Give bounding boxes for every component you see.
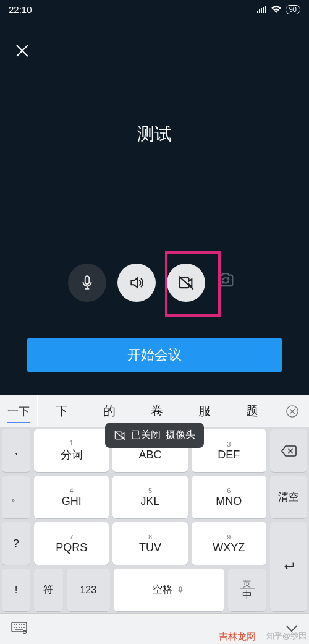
key-8[interactable]: 8TUV — [112, 522, 187, 565]
key-row: 4GHI 5JKL 6MNO — [32, 474, 268, 520]
key-6[interactable]: 6MNO — [192, 476, 266, 518]
toast-bold: 摄像头 — [166, 429, 195, 442]
status-bar: 22:10 90 — [0, 0, 309, 19]
key-numbers[interactable]: 123 — [67, 569, 110, 611]
enter-icon — [281, 559, 297, 575]
key-row: 7PQRS 8TUV 9WXYZ — [32, 520, 268, 567]
svg-rect-0 — [257, 11, 258, 13]
candidate-item[interactable]: 的 — [103, 403, 116, 419]
camera-off-icon — [114, 429, 126, 442]
key-comma[interactable]: , — [2, 429, 30, 472]
status-time: 22:10 — [9, 4, 32, 15]
candidate-item[interactable]: 服 — [198, 403, 211, 419]
media-controls — [0, 264, 309, 302]
watermark-left: 吉林龙网 — [219, 631, 256, 643]
start-meeting-label: 开始会议 — [127, 346, 182, 364]
key-9[interactable]: 9WXYZ — [192, 522, 266, 565]
speaker-button[interactable] — [117, 264, 156, 302]
candidate-item[interactable]: 卷 — [151, 403, 163, 419]
key-left-column: , 。 ? ! — [0, 427, 32, 613]
key-language[interactable]: 英 中 — [228, 569, 266, 611]
meeting-setup-screen: 测试 开始会议 — [0, 19, 309, 390]
key-symbols[interactable]: 符 — [34, 569, 63, 611]
key-space-label: 空格 — [153, 583, 172, 596]
toast-prefix: 已关闭 — [131, 429, 161, 442]
key-5[interactable]: 5JKL — [112, 476, 187, 518]
key-grid: , 。 ? ! 1分词 2ABC 3DEF 4GHI 5JKL 6MNO 7PQ… — [0, 427, 309, 613]
voice-icon — [176, 586, 185, 595]
svg-rect-1 — [259, 9, 260, 13]
candidate-list: 下 的 卷 服 题 — [38, 403, 276, 419]
battery-indicator: 90 — [286, 5, 300, 14]
svg-rect-2 — [261, 8, 262, 13]
meeting-title[interactable]: 测试 — [0, 19, 309, 146]
candidate-item[interactable]: 下 — [56, 403, 68, 419]
key-period[interactable]: 。 — [2, 476, 30, 518]
keyboard-icon — [11, 622, 27, 634]
keyboard-settings-button[interactable] — [11, 622, 27, 637]
key-clear[interactable]: 清空 — [270, 476, 307, 518]
close-icon — [15, 43, 30, 58]
status-right: 90 — [257, 4, 300, 15]
key-question[interactable]: ? — [2, 522, 30, 565]
toast: 已关闭 摄像头 — [105, 423, 204, 448]
microphone-icon — [79, 275, 95, 291]
candidate-collapse[interactable] — [276, 405, 309, 418]
microphone-button[interactable] — [68, 264, 106, 302]
speaker-icon — [129, 275, 145, 291]
key-bottom-row: 符 123 空格 英 中 — [32, 567, 268, 613]
key-main: 1分词 2ABC 3DEF 4GHI 5JKL 6MNO 7PQRS 8TUV … — [32, 427, 268, 613]
nav-bar — [0, 613, 309, 644]
watermark-right: 知乎@纱因 — [266, 630, 307, 642]
wifi-icon — [271, 4, 282, 15]
backspace-icon — [281, 445, 297, 457]
key-7[interactable]: 7PQRS — [34, 522, 109, 565]
signal-icon — [257, 4, 267, 15]
candidate-item[interactable]: 题 — [246, 403, 258, 419]
svg-rect-3 — [263, 7, 264, 13]
close-button[interactable] — [12, 41, 32, 61]
annotation-highlight — [165, 251, 221, 317]
start-meeting-button[interactable]: 开始会议 — [27, 338, 282, 372]
key-backspace[interactable] — [270, 429, 307, 472]
key-4[interactable]: 4GHI — [34, 476, 109, 518]
svg-rect-4 — [265, 6, 266, 13]
key-exclaim[interactable]: ! — [2, 569, 30, 611]
key-space[interactable]: 空格 — [114, 569, 224, 611]
key-right-column: 清空 — [268, 427, 309, 613]
key-enter[interactable] — [270, 522, 307, 611]
candidate-first[interactable]: 一下 — [0, 395, 38, 427]
key-1[interactable]: 1分词 — [34, 429, 109, 472]
close-circle-icon — [286, 405, 299, 418]
